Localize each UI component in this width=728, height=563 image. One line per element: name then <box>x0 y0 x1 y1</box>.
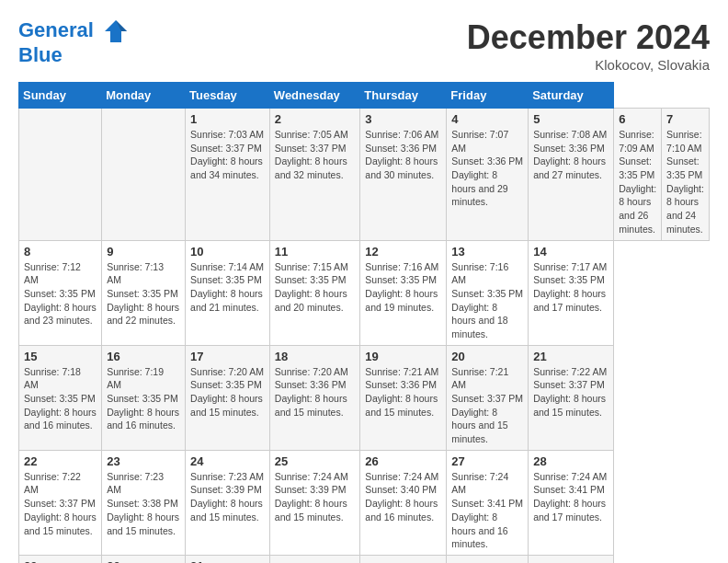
day-detail: Sunrise: 7:13 AMSunset: 3:35 PMDaylight:… <box>107 260 180 327</box>
day-detail: Sunrise: 7:24 AMSunset: 3:40 PMDaylight:… <box>365 470 441 524</box>
day-detail: Sunrise: 7:16 AMSunset: 3:35 PMDaylight:… <box>365 260 441 315</box>
calendar-cell: 14Sunrise: 7:17 AMSunset: 3:35 PMDayligh… <box>529 240 614 345</box>
calendar-cell: 25Sunrise: 7:24 AMSunset: 3:39 PMDayligh… <box>269 450 360 555</box>
calendar-cell: 20Sunrise: 7:21 AMSunset: 3:37 PMDayligh… <box>447 345 529 450</box>
day-number: 5 <box>533 112 609 126</box>
day-number: 29 <box>24 559 97 563</box>
calendar-week-4: 22Sunrise: 7:22 AMSunset: 3:37 PMDayligh… <box>19 450 710 555</box>
day-detail: Sunrise: 7:17 AMSunset: 3:35 PMDaylight:… <box>533 260 609 315</box>
day-number: 12 <box>365 245 441 259</box>
calendar-cell: 17Sunrise: 7:20 AMSunset: 3:35 PMDayligh… <box>186 345 270 450</box>
logo-text: General <box>18 18 129 44</box>
calendar-cell: 6Sunrise: 7:09 AMSunset: 3:35 PMDaylight… <box>614 109 662 241</box>
calendar-cell: 5Sunrise: 7:08 AMSunset: 3:36 PMDaylight… <box>529 109 614 241</box>
calendar-cell: 10Sunrise: 7:14 AMSunset: 3:35 PMDayligh… <box>186 240 270 345</box>
day-number: 16 <box>107 350 180 363</box>
logo-general: General <box>18 18 94 41</box>
weekday-header-thursday: Thursday <box>360 83 447 109</box>
day-detail: Sunrise: 7:21 AMSunset: 3:37 PMDaylight:… <box>451 365 523 446</box>
day-number: 27 <box>451 454 523 468</box>
calendar-cell: 8Sunrise: 7:12 AMSunset: 3:35 PMDaylight… <box>19 240 102 345</box>
day-number: 2 <box>275 112 356 126</box>
day-detail: Sunrise: 7:07 AMSunset: 3:36 PMDaylight:… <box>451 128 523 209</box>
title-block: December 2024 Klokocov, Slovakia <box>467 18 710 73</box>
day-detail: Sunrise: 7:03 AMSunset: 3:37 PMDaylight:… <box>190 128 265 182</box>
calendar-cell <box>269 555 360 563</box>
calendar-cell: 22Sunrise: 7:22 AMSunset: 3:37 PMDayligh… <box>19 450 102 555</box>
day-detail: Sunrise: 7:19 AMSunset: 3:35 PMDaylight:… <box>107 365 180 432</box>
day-number: 3 <box>365 112 441 126</box>
day-detail: Sunrise: 7:08 AMSunset: 3:36 PMDaylight:… <box>533 128 609 182</box>
calendar-table: SundayMondayTuesdayWednesdayThursdayFrid… <box>18 82 710 563</box>
day-number: 21 <box>533 350 609 363</box>
calendar-week-1: 1Sunrise: 7:03 AMSunset: 3:37 PMDaylight… <box>19 109 710 241</box>
weekday-header-sunday: Sunday <box>19 83 102 109</box>
calendar-cell: 21Sunrise: 7:22 AMSunset: 3:37 PMDayligh… <box>529 345 614 450</box>
day-detail: Sunrise: 7:24 AMSunset: 3:39 PMDaylight:… <box>275 470 356 524</box>
calendar-week-5: 29Sunrise: 7:25 AMSunset: 3:42 PMDayligh… <box>19 555 710 563</box>
calendar-cell: 2Sunrise: 7:05 AMSunset: 3:37 PMDaylight… <box>269 109 360 241</box>
day-number: 23 <box>107 454 180 468</box>
calendar-cell: 18Sunrise: 7:20 AMSunset: 3:36 PMDayligh… <box>269 345 360 450</box>
day-number: 19 <box>365 350 441 363</box>
day-detail: Sunrise: 7:22 AMSunset: 3:37 PMDaylight:… <box>533 365 609 419</box>
day-number: 14 <box>533 245 609 259</box>
day-detail: Sunrise: 7:06 AMSunset: 3:36 PMDaylight:… <box>365 128 441 182</box>
day-number: 7 <box>666 112 704 126</box>
day-detail: Sunrise: 7:05 AMSunset: 3:37 PMDaylight:… <box>275 128 356 182</box>
day-number: 6 <box>619 112 656 126</box>
day-number: 26 <box>365 454 441 468</box>
day-detail: Sunrise: 7:23 AMSunset: 3:38 PMDaylight:… <box>107 470 180 537</box>
day-detail: Sunrise: 7:20 AMSunset: 3:35 PMDaylight:… <box>190 365 265 419</box>
day-number: 25 <box>275 454 356 468</box>
weekday-header-saturday: Saturday <box>529 83 614 109</box>
day-number: 28 <box>533 454 609 468</box>
day-detail: Sunrise: 7:22 AMSunset: 3:37 PMDaylight:… <box>24 470 97 537</box>
weekday-header-monday: Monday <box>102 83 186 109</box>
calendar-cell: 11Sunrise: 7:15 AMSunset: 3:35 PMDayligh… <box>269 240 360 345</box>
weekday-header-friday: Friday <box>447 83 529 109</box>
day-number: 22 <box>24 454 97 468</box>
calendar-week-3: 15Sunrise: 7:18 AMSunset: 3:35 PMDayligh… <box>19 345 710 450</box>
day-detail: Sunrise: 7:21 AMSunset: 3:36 PMDaylight:… <box>365 365 441 419</box>
day-number: 24 <box>190 454 265 468</box>
day-number: 10 <box>190 245 265 259</box>
day-number: 4 <box>451 112 523 126</box>
day-number: 20 <box>451 350 523 363</box>
day-number: 1 <box>190 112 265 126</box>
calendar-cell: 26Sunrise: 7:24 AMSunset: 3:40 PMDayligh… <box>360 450 447 555</box>
empty-cell <box>19 109 102 241</box>
calendar-cell: 29Sunrise: 7:25 AMSunset: 3:42 PMDayligh… <box>19 555 102 563</box>
logo-icon <box>103 18 129 44</box>
calendar-cell: 31Sunrise: 7:25 AMSunset: 3:44 PMDayligh… <box>186 555 270 563</box>
day-detail: Sunrise: 7:14 AMSunset: 3:35 PMDaylight:… <box>190 260 265 315</box>
day-number: 17 <box>190 350 265 363</box>
calendar-cell: 24Sunrise: 7:23 AMSunset: 3:39 PMDayligh… <box>186 450 270 555</box>
calendar-cell: 4Sunrise: 7:07 AMSunset: 3:36 PMDaylight… <box>447 109 529 241</box>
calendar-cell: 1Sunrise: 7:03 AMSunset: 3:37 PMDaylight… <box>186 109 270 241</box>
calendar-cell: 23Sunrise: 7:23 AMSunset: 3:38 PMDayligh… <box>102 450 186 555</box>
calendar-cell: 12Sunrise: 7:16 AMSunset: 3:35 PMDayligh… <box>360 240 447 345</box>
calendar-cell: 9Sunrise: 7:13 AMSunset: 3:35 PMDaylight… <box>102 240 186 345</box>
day-detail: Sunrise: 7:16 AMSunset: 3:35 PMDaylight:… <box>451 260 523 341</box>
month-title: December 2024 <box>467 18 710 57</box>
empty-cell <box>102 109 186 241</box>
day-detail: Sunrise: 7:09 AMSunset: 3:35 PMDaylight:… <box>619 128 656 236</box>
calendar-cell <box>447 555 529 563</box>
day-detail: Sunrise: 7:10 AMSunset: 3:35 PMDaylight:… <box>666 128 704 236</box>
weekday-header-row: SundayMondayTuesdayWednesdayThursdayFrid… <box>19 83 710 109</box>
day-number: 13 <box>451 245 523 259</box>
location: Klokocov, Slovakia <box>467 57 710 73</box>
day-number: 8 <box>24 245 97 259</box>
day-detail: Sunrise: 7:18 AMSunset: 3:35 PMDaylight:… <box>24 365 97 432</box>
calendar-week-2: 8Sunrise: 7:12 AMSunset: 3:35 PMDaylight… <box>19 240 710 345</box>
day-detail: Sunrise: 7:23 AMSunset: 3:39 PMDaylight:… <box>190 470 265 524</box>
calendar-cell <box>529 555 614 563</box>
calendar-cell: 30Sunrise: 7:25 AMSunset: 3:43 PMDayligh… <box>102 555 186 563</box>
day-number: 9 <box>107 245 180 259</box>
day-detail: Sunrise: 7:20 AMSunset: 3:36 PMDaylight:… <box>275 365 356 419</box>
weekday-header-tuesday: Tuesday <box>186 83 270 109</box>
calendar-cell: 28Sunrise: 7:24 AMSunset: 3:41 PMDayligh… <box>529 450 614 555</box>
calendar-cell: 13Sunrise: 7:16 AMSunset: 3:35 PMDayligh… <box>447 240 529 345</box>
calendar-cell: 7Sunrise: 7:10 AMSunset: 3:35 PMDaylight… <box>662 109 710 241</box>
